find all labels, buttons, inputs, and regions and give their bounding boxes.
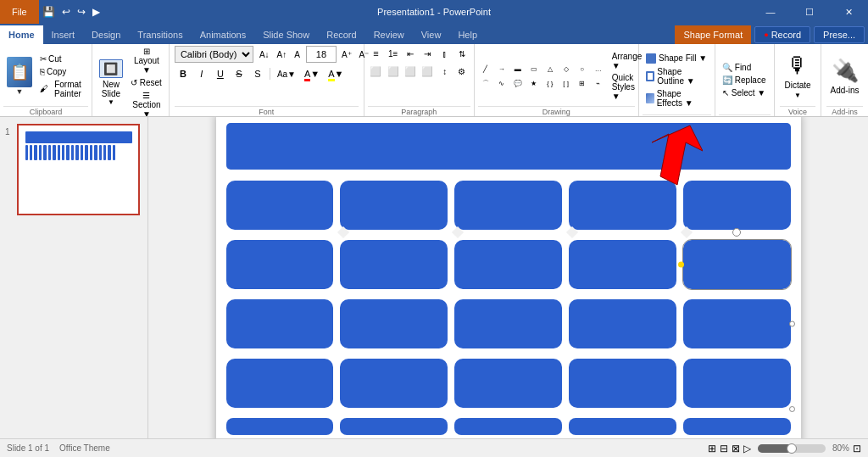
tab-animations[interactable]: Animations: [192, 25, 254, 44]
cell-3-5[interactable]: [683, 299, 791, 348]
select-btn[interactable]: ↖ Select ▼: [719, 87, 771, 98]
shape-curve[interactable]: ∿: [494, 76, 509, 90]
cell-5-2[interactable]: [340, 418, 448, 435]
file-tab[interactable]: File: [0, 0, 39, 24]
slide-thumbnail[interactable]: [17, 124, 140, 215]
shape-brace[interactable]: [ ]: [559, 76, 574, 90]
cell-2-2[interactable]: [340, 240, 448, 289]
format-painter-button[interactable]: 🖌 Format Painter: [37, 79, 88, 99]
shape-effects-btn[interactable]: Shape Effects ▼: [643, 88, 711, 109]
increase-indent-btn[interactable]: ⇥: [420, 46, 436, 61]
view-reading-btn[interactable]: ⊠: [732, 443, 740, 454]
tab-insert[interactable]: Insert: [43, 25, 84, 44]
tab-view[interactable]: View: [413, 25, 450, 44]
present-header-btn[interactable]: Prese...: [814, 26, 865, 43]
view-sorter-btn[interactable]: ⊟: [720, 443, 728, 454]
qat-redo[interactable]: ↪: [74, 6, 89, 18]
font-size-input[interactable]: [306, 46, 337, 63]
italic-btn[interactable]: I: [193, 65, 210, 82]
cell-3-2[interactable]: [340, 299, 448, 348]
tab-home[interactable]: Home: [0, 25, 43, 44]
cell-2-3[interactable]: [454, 240, 562, 289]
cell-5-5[interactable]: [683, 418, 791, 435]
shape-expand[interactable]: ⊞: [575, 76, 590, 90]
record-header-btn[interactable]: ● Record: [754, 26, 810, 43]
center-btn[interactable]: ⬜: [385, 64, 401, 79]
shape-star[interactable]: ★: [526, 76, 542, 90]
shape-outline-btn[interactable]: Shape Outline ▼: [643, 66, 711, 86]
change-case-btn[interactable]: Aa▼: [274, 65, 299, 82]
shape-callout[interactable]: 💬: [510, 76, 526, 90]
bold-btn[interactable]: B: [175, 65, 192, 82]
underline-btn[interactable]: U: [212, 65, 229, 82]
addins-btn[interactable]: 🔌 Add-ins: [831, 58, 860, 95]
cut-button[interactable]: ✂ Cut: [37, 53, 88, 64]
align-right-btn[interactable]: ⬜: [402, 64, 418, 79]
font-name-select[interactable]: Calibri (Body): [175, 46, 253, 63]
convert-smartart-btn[interactable]: ⚙: [453, 64, 470, 79]
font-color-btn[interactable]: A▼: [301, 65, 323, 82]
cell-3-4[interactable]: [569, 299, 676, 348]
copy-button[interactable]: ⎘ Copy: [37, 66, 88, 77]
canvas-area[interactable]: [148, 117, 868, 438]
cell-1-1[interactable]: [226, 181, 334, 230]
cell-2-5[interactable]: [683, 240, 791, 289]
tab-slideshow[interactable]: Slide Show: [254, 25, 318, 44]
tab-review[interactable]: Review: [365, 25, 413, 44]
shape-rounded-rect[interactable]: ▭: [526, 62, 542, 75]
justify-btn[interactable]: ⬜: [420, 64, 436, 79]
highlight-btn[interactable]: A▼: [325, 65, 347, 82]
shape-oval[interactable]: ○: [575, 62, 590, 75]
cell-4-3[interactable]: [454, 359, 562, 408]
cell-4-1[interactable]: [226, 359, 334, 408]
shape-fill-btn[interactable]: Shape Fill ▼: [643, 53, 711, 64]
find-btn[interactable]: 🔍 Find: [719, 62, 771, 73]
minimize-btn[interactable]: —: [751, 0, 790, 24]
cell-3-1[interactable]: [226, 299, 334, 348]
decrease-font-btn[interactable]: A↓: [256, 46, 273, 63]
shape-more[interactable]: …: [591, 62, 606, 75]
cell-4-4[interactable]: [569, 359, 676, 408]
cell-5-1[interactable]: [226, 418, 334, 435]
shape-bracket[interactable]: { }: [542, 76, 558, 90]
text-direction-btn[interactable]: ⇅: [453, 46, 470, 61]
reset-button[interactable]: ↺ Reset: [128, 77, 165, 88]
layout-button[interactable]: ⊞ Layout ▼: [128, 46, 165, 75]
cell-2-4[interactable]: [569, 240, 676, 289]
decrease-indent-btn[interactable]: ⇤: [402, 46, 418, 61]
qat-undo[interactable]: ↩: [58, 6, 74, 18]
section-button[interactable]: ☰ Section ▼: [128, 90, 165, 117]
shape-diamond[interactable]: ◇: [559, 62, 574, 75]
text-shadow-btn[interactable]: S: [249, 65, 266, 82]
columns-btn[interactable]: ⫿: [437, 46, 453, 61]
increase-font-btn[interactable]: A↑: [274, 46, 291, 63]
clear-format-btn[interactable]: A: [291, 46, 303, 63]
qat-save[interactable]: 💾: [39, 6, 58, 18]
dictate-btn[interactable]: 🎙 Dictate▼: [784, 53, 810, 99]
tab-record[interactable]: Record: [318, 25, 364, 44]
shape-rect[interactable]: ▬: [510, 62, 526, 75]
fit-slide-btn[interactable]: ⊡: [853, 443, 861, 454]
strikethrough-btn[interactable]: S: [231, 65, 248, 82]
shape-arrow[interactable]: →: [494, 62, 509, 75]
cell-1-5[interactable]: [683, 181, 791, 230]
tab-help[interactable]: Help: [449, 25, 486, 44]
slide-top-bar[interactable]: [226, 123, 791, 170]
cell-1-3[interactable]: [454, 181, 562, 230]
cell-1-4[interactable]: [569, 181, 676, 230]
shape-triangle[interactable]: △: [542, 62, 558, 75]
cell-3-3[interactable]: [454, 299, 562, 348]
font-size-up-btn[interactable]: A⁺: [339, 46, 354, 63]
view-slideshow-btn[interactable]: ▷: [743, 443, 751, 454]
tab-transitions[interactable]: Transitions: [129, 25, 191, 44]
cell-5-3[interactable]: [454, 418, 562, 435]
tab-shape-format[interactable]: Shape Format: [675, 25, 751, 44]
line-spacing-btn[interactable]: ↕: [437, 64, 453, 79]
tab-design[interactable]: Design: [83, 25, 129, 44]
cell-1-2[interactable]: [340, 181, 448, 230]
shape-line[interactable]: ╱: [478, 62, 493, 75]
cell-2-1[interactable]: [226, 240, 334, 289]
align-left-btn[interactable]: ⬜: [368, 64, 384, 79]
shape-custom[interactable]: ⌁: [591, 76, 606, 90]
shape-arch[interactable]: ⌒: [478, 76, 493, 90]
